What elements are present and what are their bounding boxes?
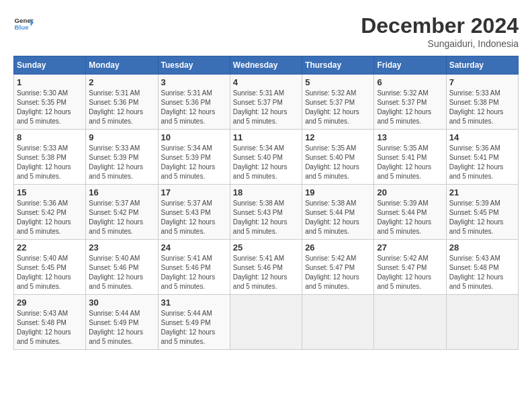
- day-number: 20: [377, 187, 443, 197]
- day-detail: Sunrise: 5:39 AMSunset: 5:45 PMDaylight:…: [449, 199, 515, 236]
- calendar-cell: 26Sunrise: 5:42 AMSunset: 5:47 PMDayligh…: [302, 240, 374, 295]
- logo: General Blue: [13, 13, 34, 34]
- day-detail: Sunrise: 5:40 AMSunset: 5:46 PMDaylight:…: [89, 254, 154, 291]
- day-detail: Sunrise: 5:31 AMSunset: 5:37 PMDaylight:…: [233, 89, 299, 126]
- day-number: 25: [233, 242, 299, 253]
- day-number: 2: [89, 77, 154, 87]
- day-detail: Sunrise: 5:43 AMSunset: 5:48 PMDaylight:…: [17, 309, 83, 347]
- day-number: 21: [449, 187, 515, 197]
- day-number: 29: [17, 298, 83, 308]
- logo-icon: General Blue: [13, 13, 34, 34]
- weekday-header: Saturday: [446, 56, 518, 75]
- calendar-cell: 19Sunrise: 5:38 AMSunset: 5:44 PMDayligh…: [302, 185, 374, 240]
- day-number: 7: [449, 77, 515, 87]
- calendar-week-row: 15Sunrise: 5:36 AMSunset: 5:42 PMDayligh…: [14, 185, 519, 240]
- day-detail: Sunrise: 5:36 AMSunset: 5:42 PMDaylight:…: [17, 199, 83, 236]
- day-number: 19: [305, 187, 371, 197]
- day-detail: Sunrise: 5:34 AMSunset: 5:40 PMDaylight:…: [233, 144, 299, 181]
- calendar-cell: 17Sunrise: 5:37 AMSunset: 5:43 PMDayligh…: [158, 185, 230, 240]
- calendar-cell: 14Sunrise: 5:36 AMSunset: 5:41 PMDayligh…: [446, 130, 518, 185]
- day-number: 16: [89, 187, 154, 197]
- calendar-cell: 13Sunrise: 5:35 AMSunset: 5:41 PMDayligh…: [374, 130, 446, 185]
- calendar-cell: 21Sunrise: 5:39 AMSunset: 5:45 PMDayligh…: [446, 185, 518, 240]
- calendar-cell: 3Sunrise: 5:31 AMSunset: 5:36 PMDaylight…: [158, 75, 230, 130]
- day-detail: Sunrise: 5:31 AMSunset: 5:36 PMDaylight:…: [89, 89, 154, 126]
- day-number: 17: [161, 187, 227, 197]
- calendar-cell: 1Sunrise: 5:30 AMSunset: 5:35 PMDaylight…: [14, 75, 86, 130]
- header-row: SundayMondayTuesdayWednesdayThursdayFrid…: [14, 56, 519, 75]
- day-detail: Sunrise: 5:33 AMSunset: 5:38 PMDaylight:…: [449, 89, 515, 126]
- day-detail: Sunrise: 5:35 AMSunset: 5:41 PMDaylight:…: [377, 144, 443, 181]
- day-detail: Sunrise: 5:33 AMSunset: 5:39 PMDaylight:…: [89, 144, 154, 181]
- page-header: General Blue December 2024 Sungaiduri, I…: [13, 13, 519, 49]
- calendar-cell: 16Sunrise: 5:37 AMSunset: 5:42 PMDayligh…: [86, 185, 158, 240]
- weekday-header: Monday: [86, 56, 158, 75]
- month-title: December 2024: [361, 13, 519, 38]
- calendar-cell: 10Sunrise: 5:34 AMSunset: 5:39 PMDayligh…: [158, 130, 230, 185]
- calendar-cell: [230, 295, 302, 350]
- day-number: 4: [233, 77, 299, 87]
- day-detail: Sunrise: 5:42 AMSunset: 5:47 PMDaylight:…: [305, 254, 371, 291]
- day-number: 26: [305, 242, 371, 253]
- day-detail: Sunrise: 5:39 AMSunset: 5:44 PMDaylight:…: [377, 199, 443, 236]
- day-detail: Sunrise: 5:32 AMSunset: 5:37 PMDaylight:…: [305, 89, 371, 126]
- calendar-cell: 30Sunrise: 5:44 AMSunset: 5:49 PMDayligh…: [86, 295, 158, 350]
- calendar-cell: 15Sunrise: 5:36 AMSunset: 5:42 PMDayligh…: [14, 185, 86, 240]
- day-number: 1: [17, 77, 83, 87]
- day-number: 5: [305, 77, 371, 87]
- day-number: 18: [233, 187, 299, 197]
- day-detail: Sunrise: 5:41 AMSunset: 5:46 PMDaylight:…: [233, 254, 299, 291]
- svg-text:Blue: Blue: [15, 24, 30, 31]
- day-detail: Sunrise: 5:42 AMSunset: 5:47 PMDaylight:…: [377, 254, 443, 291]
- day-detail: Sunrise: 5:33 AMSunset: 5:38 PMDaylight:…: [17, 144, 83, 181]
- day-number: 27: [377, 242, 443, 253]
- day-detail: Sunrise: 5:40 AMSunset: 5:45 PMDaylight:…: [17, 254, 83, 291]
- weekday-header: Tuesday: [158, 56, 230, 75]
- calendar-cell: 18Sunrise: 5:38 AMSunset: 5:43 PMDayligh…: [230, 185, 302, 240]
- day-number: 14: [449, 132, 515, 142]
- day-detail: Sunrise: 5:32 AMSunset: 5:37 PMDaylight:…: [377, 89, 443, 126]
- day-number: 13: [377, 132, 443, 142]
- calendar-week-row: 1Sunrise: 5:30 AMSunset: 5:35 PMDaylight…: [14, 75, 519, 130]
- calendar-cell: 8Sunrise: 5:33 AMSunset: 5:38 PMDaylight…: [14, 130, 86, 185]
- weekday-header: Wednesday: [230, 56, 302, 75]
- day-number: 24: [161, 242, 227, 253]
- day-detail: Sunrise: 5:44 AMSunset: 5:49 PMDaylight:…: [89, 309, 154, 347]
- day-detail: Sunrise: 5:35 AMSunset: 5:40 PMDaylight:…: [305, 144, 371, 181]
- day-detail: Sunrise: 5:37 AMSunset: 5:43 PMDaylight:…: [161, 199, 227, 236]
- location-subtitle: Sungaiduri, Indonesia: [361, 38, 519, 49]
- calendar-cell: 7Sunrise: 5:33 AMSunset: 5:38 PMDaylight…: [446, 75, 518, 130]
- calendar-cell: 12Sunrise: 5:35 AMSunset: 5:40 PMDayligh…: [302, 130, 374, 185]
- calendar-cell: 9Sunrise: 5:33 AMSunset: 5:39 PMDaylight…: [86, 130, 158, 185]
- day-detail: Sunrise: 5:41 AMSunset: 5:46 PMDaylight:…: [161, 254, 227, 291]
- day-number: 28: [449, 242, 515, 253]
- calendar-cell: 11Sunrise: 5:34 AMSunset: 5:40 PMDayligh…: [230, 130, 302, 185]
- day-number: 23: [89, 242, 154, 253]
- day-number: 31: [161, 298, 227, 308]
- calendar-week-row: 22Sunrise: 5:40 AMSunset: 5:45 PMDayligh…: [14, 240, 519, 295]
- weekday-header: Friday: [374, 56, 446, 75]
- calendar-cell: 5Sunrise: 5:32 AMSunset: 5:37 PMDaylight…: [302, 75, 374, 130]
- day-number: 6: [377, 77, 443, 87]
- calendar-cell: 28Sunrise: 5:43 AMSunset: 5:48 PMDayligh…: [446, 240, 518, 295]
- day-number: 9: [89, 132, 154, 142]
- calendar-cell: 25Sunrise: 5:41 AMSunset: 5:46 PMDayligh…: [230, 240, 302, 295]
- calendar-cell: 27Sunrise: 5:42 AMSunset: 5:47 PMDayligh…: [374, 240, 446, 295]
- calendar-cell: [374, 295, 446, 350]
- calendar-cell: 22Sunrise: 5:40 AMSunset: 5:45 PMDayligh…: [14, 240, 86, 295]
- calendar-cell: [446, 295, 518, 350]
- calendar-cell: 31Sunrise: 5:44 AMSunset: 5:49 PMDayligh…: [158, 295, 230, 350]
- day-detail: Sunrise: 5:36 AMSunset: 5:41 PMDaylight:…: [449, 144, 515, 181]
- day-number: 8: [17, 132, 83, 142]
- day-detail: Sunrise: 5:37 AMSunset: 5:42 PMDaylight:…: [89, 199, 154, 236]
- day-detail: Sunrise: 5:38 AMSunset: 5:44 PMDaylight:…: [305, 199, 371, 236]
- calendar-week-row: 29Sunrise: 5:43 AMSunset: 5:48 PMDayligh…: [14, 295, 519, 350]
- calendar-cell: 4Sunrise: 5:31 AMSunset: 5:37 PMDaylight…: [230, 75, 302, 130]
- day-number: 30: [89, 298, 154, 308]
- day-detail: Sunrise: 5:30 AMSunset: 5:35 PMDaylight:…: [17, 89, 83, 126]
- day-detail: Sunrise: 5:43 AMSunset: 5:48 PMDaylight:…: [449, 254, 515, 291]
- weekday-header: Thursday: [302, 56, 374, 75]
- calendar-cell: 23Sunrise: 5:40 AMSunset: 5:46 PMDayligh…: [86, 240, 158, 295]
- day-detail: Sunrise: 5:34 AMSunset: 5:39 PMDaylight:…: [161, 144, 227, 181]
- calendar-cell: 29Sunrise: 5:43 AMSunset: 5:48 PMDayligh…: [14, 295, 86, 350]
